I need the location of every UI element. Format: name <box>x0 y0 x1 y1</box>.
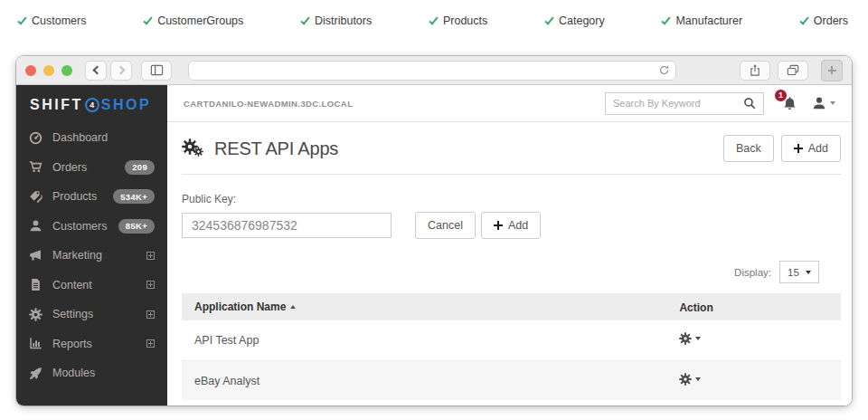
nav-item-orders[interactable]: Orders <box>802 14 848 27</box>
expand-icon[interactable] <box>146 310 155 319</box>
reload-button[interactable] <box>658 64 670 76</box>
nav-item-label: CustomerGroups <box>157 14 243 27</box>
nav-item-products[interactable]: Products <box>431 14 487 27</box>
nav-item-label: Customers <box>32 14 86 27</box>
customers-count-badge: 85K+ <box>118 219 155 234</box>
sidebar-item-marketing[interactable]: Marketing <box>16 241 167 271</box>
column-application-name[interactable]: Application Name <box>182 301 679 313</box>
screen: Customers CustomerGroups Distributors Pr… <box>0 0 868 420</box>
checklist-nav: Customers CustomerGroups Distributors Pr… <box>0 0 868 42</box>
add-app-button[interactable]: Add <box>781 135 841 162</box>
sidebar-item-reports[interactable]: Reports <box>16 329 167 359</box>
browser-forward-button[interactable] <box>110 61 132 81</box>
share-button[interactable] <box>740 61 770 81</box>
check-icon <box>429 14 438 24</box>
row-action-menu-button[interactable] <box>679 332 701 345</box>
gear-icon <box>29 308 42 321</box>
sidebar-item-content[interactable]: Content <box>16 271 167 301</box>
store-domain: CARTDANILO-NEWADMIN.3DC.LOCAL <box>184 99 353 109</box>
nav-item-label: Products <box>443 14 487 27</box>
sidebar-item-label: Customers <box>52 220 107 233</box>
list-controls: Display: 15 <box>182 261 841 283</box>
nav-item-distributors[interactable]: Distributors <box>303 14 372 27</box>
browser-window: SHIFT 4 SHOP Dashboard Orders 209 <box>16 56 852 406</box>
minimize-window-button[interactable] <box>43 65 54 76</box>
shift4shop-logo[interactable]: SHIFT 4 SHOP <box>16 87 167 123</box>
browser-chrome <box>16 56 852 85</box>
display-count-value: 15 <box>788 267 799 278</box>
sidebar-item-orders[interactable]: Orders 209 <box>16 153 167 183</box>
nav-item-category[interactable]: Category <box>547 14 605 27</box>
back-button[interactable]: Back <box>723 135 774 162</box>
nav-item-customers[interactable]: Customers <box>20 14 86 27</box>
keyword-search-box[interactable] <box>605 92 764 115</box>
sidebar-item-settings[interactable]: Settings <box>16 300 167 329</box>
page-title: REST API Apps <box>214 138 338 159</box>
public-key-input[interactable] <box>182 213 392 238</box>
expand-icon[interactable] <box>146 339 155 348</box>
browser-back-button[interactable] <box>85 61 107 81</box>
main-panel: CARTDANILO-NEWADMIN.3DC.LOCAL 1 <box>167 85 852 406</box>
sidebar-item-label: Dashboard <box>52 131 108 144</box>
show-tabs-button[interactable] <box>778 61 808 81</box>
sidebar-item-dashboard[interactable]: Dashboard <box>16 123 167 153</box>
new-tab-button[interactable] <box>821 60 843 81</box>
expand-icon[interactable] <box>146 252 155 260</box>
public-key-form: Public Key: Cancel Add <box>182 193 841 239</box>
user-icon <box>812 96 826 110</box>
expand-icon[interactable] <box>146 281 155 289</box>
search-input[interactable] <box>613 98 743 109</box>
table-row: eBay Analyst <box>182 360 841 400</box>
sidebar-menu: Dashboard Orders 209 Products 534K+ <box>16 123 167 406</box>
sidebar-item-label: Products <box>52 190 97 203</box>
display-count-select[interactable]: 15 <box>779 261 819 283</box>
document-icon <box>29 278 42 291</box>
logo-four-badge: 4 <box>85 98 99 112</box>
megaphone-icon <box>29 249 42 262</box>
check-icon <box>662 14 671 24</box>
nav-item-customergroups[interactable]: CustomerGroups <box>146 14 243 27</box>
table-header: Application Name Action <box>182 293 841 320</box>
chevron-left-icon <box>92 66 101 75</box>
sidebar-item-products[interactable]: Products 534K+ <box>16 182 167 212</box>
public-key-label: Public Key: <box>182 193 841 205</box>
account-menu-button[interactable] <box>812 96 835 110</box>
sidebar-item-modules[interactable]: Modules <box>16 358 167 388</box>
chevron-down-icon <box>830 101 835 105</box>
row-action-menu-button[interactable] <box>679 373 701 386</box>
url-input[interactable] <box>194 65 658 76</box>
notification-count-badge: 1 <box>774 89 788 102</box>
cancel-button[interactable]: Cancel <box>415 212 476 239</box>
orders-count-badge: 209 <box>125 160 155 175</box>
close-window-button[interactable] <box>25 65 36 76</box>
page-header: REST API Apps Back Add <box>182 135 841 162</box>
nav-item-manufacturer[interactable]: Manufacturer <box>664 14 742 27</box>
zoom-window-button[interactable] <box>61 65 72 76</box>
bar-chart-icon <box>29 337 42 350</box>
share-icon <box>749 64 761 77</box>
sidebar-item-label: Reports <box>52 338 92 350</box>
table-row: API Test App <box>182 320 841 360</box>
sidebar-toggle-button[interactable] <box>141 61 172 81</box>
nav-item-label: Category <box>559 14 605 27</box>
rocket-icon <box>29 367 42 380</box>
notifications-button[interactable]: 1 <box>782 96 797 111</box>
cart-icon <box>29 160 42 174</box>
sidebar-item-label: Orders <box>52 161 87 174</box>
search-icon[interactable] <box>743 97 756 110</box>
admin-topbar: CARTDANILO-NEWADMIN.3DC.LOCAL 1 <box>167 85 852 122</box>
header-divider <box>182 174 841 175</box>
sidebar-item-label: Marketing <box>52 249 102 262</box>
chevron-down-icon <box>806 271 811 274</box>
tags-icon <box>29 190 42 204</box>
address-bar[interactable] <box>188 61 676 81</box>
sidebar-item-customers[interactable]: Customers 85K+ <box>16 212 167 242</box>
column-label: Application Name <box>194 301 286 313</box>
column-action: Action <box>679 299 841 315</box>
panel-icon <box>150 63 164 77</box>
sidebar-item-label: Content <box>52 279 92 291</box>
reload-icon <box>658 64 670 76</box>
person-icon <box>29 219 42 233</box>
apps-table: Application Name Action API Test App <box>182 293 841 400</box>
form-add-button[interactable]: Add <box>481 212 541 239</box>
